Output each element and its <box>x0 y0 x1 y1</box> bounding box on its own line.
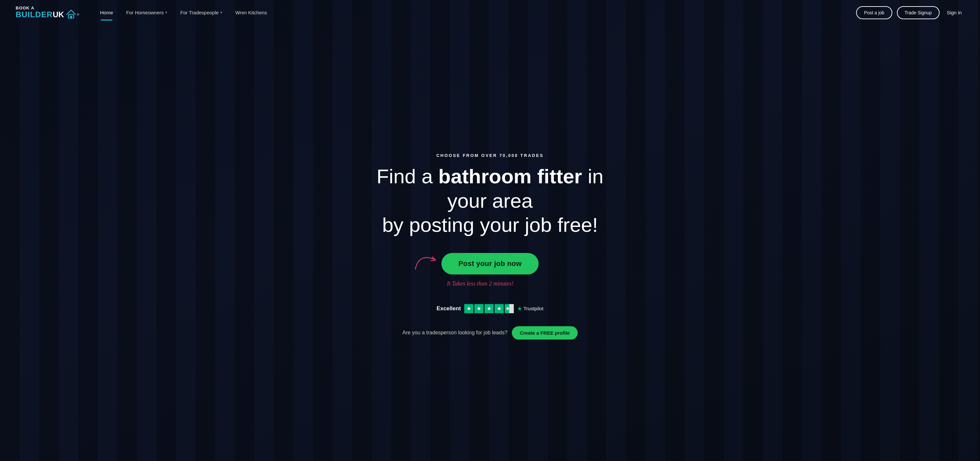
post-job-now-button[interactable]: Post your job now <box>441 253 539 274</box>
trade-question-text: Are you a tradesperson looking for job l… <box>402 330 507 336</box>
star-half-empty: ★ <box>509 304 514 313</box>
star-1: ★ <box>464 304 473 313</box>
nav-wren-kitchens[interactable]: Wren Kitchens <box>230 6 272 19</box>
sign-in-button[interactable]: Sign in <box>944 6 964 19</box>
star-4: ★ <box>495 304 504 313</box>
tagline: CHOOSE FROM OVER 70,000 TRADES <box>436 153 544 158</box>
nav-for-homeowners[interactable]: For Homeowners ▾ <box>121 6 172 19</box>
trade-cta-section: Are you a tradesperson looking for job l… <box>402 326 578 339</box>
arrow-icon <box>412 250 441 272</box>
chevron-down-icon: ▾ <box>165 10 167 15</box>
nav-actions: Post a job Trade Signup Sign in <box>856 6 964 19</box>
cta-sub-text: It Takes less than 2 minutes! <box>447 280 514 287</box>
nav-home[interactable]: Home <box>95 6 118 19</box>
trustpilot-brand-name: Trustpilot <box>523 306 544 311</box>
create-profile-button[interactable]: Create a FREE profile <box>512 326 578 339</box>
star-half-filled: ★ <box>505 304 509 313</box>
trustpilot-brand-icon: ★ <box>517 305 522 312</box>
nav-for-tradespeople[interactable]: For Tradespeople ▾ <box>175 6 228 19</box>
trustpilot-stars: ★ ★ ★ ★ ★ ★ <box>464 304 514 313</box>
post-job-button[interactable]: Post a job <box>856 6 892 19</box>
logo-reg: ® <box>77 13 79 16</box>
star-2: ★ <box>474 304 484 313</box>
trade-signup-button[interactable]: Trade Signup <box>897 6 940 19</box>
cta-area: Post your job now It Takes less than 2 m… <box>441 253 539 287</box>
trustpilot-logo: ★ Trustpilot <box>517 305 544 312</box>
trustpilot-widget: Excellent ★ ★ ★ ★ ★ ★ ★ Trustpilot <box>436 304 544 313</box>
svg-rect-1 <box>70 16 72 19</box>
logo-builder: BUILDER <box>16 11 53 19</box>
navbar: BOOK A BUILDER UK ® Home <box>0 0 980 25</box>
logo[interactable]: BOOK A BUILDER UK ® <box>16 6 79 19</box>
logo-uk: UK <box>53 11 64 19</box>
trustpilot-rating-label: Excellent <box>436 306 461 312</box>
hero-title: Find a bathroom fitter in your area by p… <box>356 165 624 237</box>
star-3: ★ <box>484 304 493 313</box>
logo-house-icon <box>66 10 76 19</box>
hero-section: CHOOSE FROM OVER 70,000 TRADES Find a ba… <box>0 25 980 461</box>
nav-links: Home For Homeowners ▾ For Tradespeople ▾… <box>95 6 856 19</box>
star-5-half: ★ ★ <box>505 304 514 313</box>
chevron-down-icon: ▾ <box>220 10 222 15</box>
